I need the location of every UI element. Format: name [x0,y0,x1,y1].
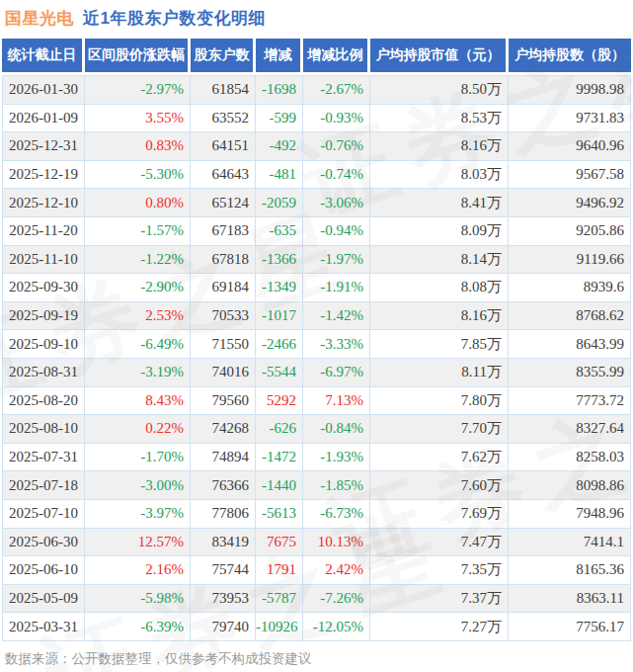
cell-avg-market-value: 7.60万 [370,471,509,500]
cell-date: 2025-08-10 [2,415,85,444]
cell-delta-ratio: -3.33% [303,330,370,359]
title-subtitle: 近1年股东户数变化明细 [83,9,266,28]
table-row: 2025-07-31-1.70%74894-1472-1.93%7.62万825… [2,444,631,472]
cell-delta-ratio: -12.05% [303,613,370,641]
cell-holders: 71550 [191,330,256,359]
cell-avg-shares: 9205.86 [509,217,631,246]
cell-avg-shares: 9640.96 [509,132,631,161]
cell-delta: -5613 [256,500,303,529]
cell-date: 2025-03-31 [2,613,85,641]
table-row: 2025-06-3012.57%83419767510.13%7.47万7414… [2,529,631,557]
table-row: 2026-01-093.55%63552-599-0.93%8.53万9731.… [2,105,631,133]
cell-avg-shares: 8327.64 [509,415,631,444]
cell-price-change: -3.97% [85,500,191,529]
column-header-delta-ratio: 增减比例 [303,39,370,75]
cell-price-change: -6.39% [85,613,191,641]
column-header-avg-market-value: 户均持股市值（元） [370,39,509,75]
table-row: 2025-09-10-6.49%71550-2466-3.33%7.85万864… [2,330,631,359]
table-row: 2025-07-18-3.00%76366-1440-1.85%7.60万809… [2,471,631,500]
cell-avg-market-value: 7.47万 [370,529,509,557]
cell-date: 2025-12-19 [2,161,85,190]
cell-price-change: -3.00% [85,471,191,500]
cell-delta: -1440 [256,471,303,500]
page: 国星光电近1年股东户数变化明细 统计截止日区间股价涨跌幅股东户数增减增减比例户均… [0,0,633,672]
cell-delta-ratio: -0.84% [303,415,370,444]
cell-holders: 65124 [191,189,256,217]
cell-date: 2025-11-20 [2,217,85,246]
table-header-row: 统计截止日区间股价涨跌幅股东户数增减增减比例户均持股市值（元）户均持股数（股） [2,39,631,75]
column-header-date: 统计截止日 [2,39,85,75]
cell-price-change: 0.83% [85,132,191,161]
cell-delta: 7675 [256,529,303,557]
cell-delta-ratio: 2.42% [303,556,370,585]
cell-avg-market-value: 7.27万 [370,613,509,641]
cell-avg-market-value: 8.08万 [370,274,509,302]
cell-price-change: -5.98% [85,585,191,614]
cell-price-change: -1.22% [85,246,191,275]
cell-delta: -626 [256,415,303,444]
cell-delta: -5544 [256,359,303,387]
cell-holders: 69184 [191,274,256,302]
cell-delta-ratio: -2.67% [303,75,370,105]
cell-delta: -1349 [256,274,303,302]
cell-date: 2025-11-10 [2,246,85,275]
cell-price-change: 3.55% [85,105,191,133]
table-body: 2026-01-30-2.97%61854-1698-2.67%8.50万999… [2,75,631,641]
cell-avg-market-value: 8.11万 [370,359,509,387]
shareholder-table: 统计截止日区间股价涨跌幅股东户数增减增减比例户均持股市值（元）户均持股数（股） … [2,39,631,641]
cell-avg-shares: 9567.58 [509,161,631,190]
cell-avg-shares: 7756.17 [509,613,631,641]
column-header-holders: 股东户数 [191,39,256,75]
cell-avg-market-value: 7.62万 [370,444,509,472]
cell-delta: 5292 [256,387,303,416]
cell-date: 2026-01-30 [2,75,85,105]
cell-avg-market-value: 7.70万 [370,415,509,444]
cell-avg-market-value: 7.35万 [370,556,509,585]
cell-date: 2025-08-20 [2,387,85,416]
cell-price-change: -2.97% [85,75,191,105]
cell-holders: 64151 [191,132,256,161]
cell-price-change: -3.19% [85,359,191,387]
table-row: 2025-09-30-2.90%69184-1349-1.91%8.08万893… [2,274,631,302]
cell-avg-market-value: 7.80万 [370,387,509,416]
cell-avg-market-value: 8.03万 [370,161,509,190]
cell-avg-shares: 7948.96 [509,500,631,529]
cell-holders: 79740 [191,613,256,641]
page-title: 国星光电近1年股东户数变化明细 [0,0,633,30]
cell-holders: 67183 [191,217,256,246]
cell-price-change: 0.22% [85,415,191,444]
cell-holders: 74268 [191,415,256,444]
cell-avg-market-value: 7.85万 [370,330,509,359]
cell-price-change: -5.30% [85,161,191,190]
cell-avg-shares: 8355.99 [509,359,631,387]
cell-delta-ratio: -6.97% [303,359,370,387]
cell-date: 2025-07-31 [2,444,85,472]
table-row: 2025-11-20-1.57%67183-635-0.94%8.09万9205… [2,217,631,246]
cell-delta-ratio: -1.85% [303,471,370,500]
data-source-note: 数据来源：公开数据整理，仅供参考不构成投资建议 [5,650,633,668]
cell-delta-ratio: -1.42% [303,302,370,331]
cell-delta: -635 [256,217,303,246]
cell-avg-shares: 8643.99 [509,330,631,359]
cell-holders: 83419 [191,529,256,557]
cell-delta-ratio: -7.26% [303,585,370,614]
table-row: 2025-06-102.16%7574417912.42%7.35万8165.3… [2,556,631,585]
cell-avg-shares: 9998.98 [509,75,631,105]
cell-delta: -10926 [256,613,303,641]
cell-price-change: 12.57% [85,529,191,557]
cell-price-change: 2.16% [85,556,191,585]
cell-delta-ratio: -0.93% [303,105,370,133]
cell-holders: 76366 [191,471,256,500]
cell-delta: -1472 [256,444,303,472]
cell-price-change: 8.43% [85,387,191,416]
cell-price-change: 2.53% [85,302,191,331]
cell-delta-ratio: 7.13% [303,387,370,416]
cell-avg-shares: 8768.62 [509,302,631,331]
cell-date: 2025-05-09 [2,585,85,614]
cell-delta: -2466 [256,330,303,359]
cell-delta-ratio: -1.97% [303,246,370,275]
cell-date: 2025-09-30 [2,274,85,302]
cell-date: 2025-08-31 [2,359,85,387]
table-row: 2025-08-31-3.19%74016-5544-6.97%8.11万835… [2,359,631,387]
table-row: 2025-12-310.83%64151-492-0.76%8.16万9640.… [2,132,631,161]
